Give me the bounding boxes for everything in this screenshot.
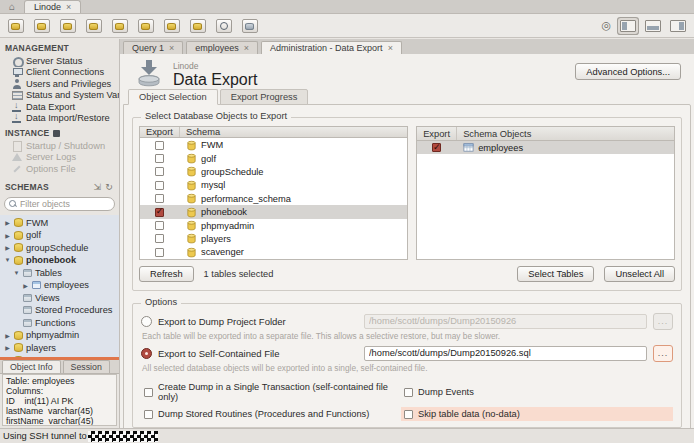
schema-row[interactable]: ✓ players bbox=[140, 232, 407, 245]
schema-row[interactable]: ✓ performance_schema bbox=[140, 192, 407, 205]
expander-arrow-icon[interactable]: ▶ bbox=[4, 244, 11, 251]
schema-row[interactable]: ✓ scavenger bbox=[140, 246, 407, 259]
browse-file-button[interactable]: ... bbox=[653, 345, 673, 362]
home-tab-button[interactable]: ⌂ bbox=[0, 0, 24, 13]
toggle-right-panel-icon[interactable] bbox=[670, 20, 686, 32]
expander-arrow-icon[interactable]: ▶ bbox=[4, 332, 11, 339]
new-table-icon[interactable] bbox=[112, 19, 128, 33]
toggle-bottom-panel-icon[interactable] bbox=[645, 20, 661, 32]
new-schema-icon[interactable] bbox=[86, 19, 102, 33]
schema-tree-item[interactable]: ▶ groupSchedule bbox=[0, 242, 119, 255]
export-checkbox[interactable]: ✓ bbox=[155, 194, 164, 203]
export-option-checkbox-row[interactable]: ✓ Dump Stored Routines (Procedures and F… bbox=[141, 407, 401, 421]
new-procedure-icon[interactable] bbox=[164, 19, 180, 33]
self-contained-file-path-input[interactable] bbox=[364, 346, 647, 361]
export-option-checkbox-row[interactable]: ✓ Create Dump in a Single Transaction (s… bbox=[141, 380, 401, 404]
export-checkbox[interactable]: ✓ bbox=[155, 141, 164, 150]
schema-object-row[interactable]: ✓ bbox=[417, 141, 674, 154]
refresh-schemas-icon[interactable]: ↻ bbox=[105, 182, 113, 192]
export-option-checkbox-row[interactable]: ✓ Dump Events bbox=[401, 380, 673, 404]
export-checkbox[interactable]: ✓ bbox=[155, 181, 164, 190]
sidebar-item[interactable]: Client Connections bbox=[0, 67, 119, 79]
schema-row[interactable]: ✓ FWM bbox=[140, 138, 407, 151]
new-function-icon[interactable] bbox=[190, 19, 206, 33]
dump-project-folder-path-input[interactable] bbox=[364, 314, 647, 329]
close-icon[interactable]: × bbox=[66, 2, 71, 12]
expander-arrow-icon[interactable]: ▼ bbox=[13, 270, 20, 276]
schema-tree-item[interactable]: ▶ phpmyadmin bbox=[0, 329, 119, 342]
close-icon[interactable]: × bbox=[244, 43, 249, 53]
schema-row[interactable]: ✓ mysql bbox=[140, 179, 407, 192]
schema-tree-item[interactable]: ▶ FWM bbox=[0, 217, 119, 230]
checkbox-icon[interactable]: ✓ bbox=[404, 410, 413, 419]
advanced-options-button[interactable]: Advanced Options... bbox=[575, 63, 681, 80]
toggle-left-panel-icon[interactable] bbox=[620, 20, 636, 32]
new-view-icon[interactable] bbox=[138, 19, 154, 33]
schema-filter-input[interactable] bbox=[20, 199, 110, 209]
close-icon[interactable]: × bbox=[169, 43, 174, 53]
sidebar-item[interactable]: Status and System Variables bbox=[0, 90, 119, 102]
refresh-button[interactable]: Refresh bbox=[139, 266, 194, 282]
checkbox-icon[interactable]: ✓ bbox=[144, 388, 153, 397]
select-tables-button[interactable]: Select Tables bbox=[517, 266, 594, 282]
schema-tree-item[interactable]: Functions bbox=[0, 317, 119, 330]
sidebar-item[interactable]: Options File bbox=[0, 163, 119, 175]
object-info-tab[interactable]: Session bbox=[63, 360, 110, 373]
schema-row[interactable]: ✓ groupSchedule bbox=[140, 165, 407, 178]
connection-info-icon[interactable]: ◎ bbox=[601, 20, 611, 31]
expander-arrow-icon[interactable]: ▶ bbox=[22, 282, 29, 289]
object-info-tab[interactable]: Object Info bbox=[2, 360, 61, 373]
sidebar-item[interactable]: Startup / Shutdown bbox=[0, 140, 119, 152]
export-column-header[interactable]: Export bbox=[417, 127, 457, 140]
export-checkbox[interactable]: ✓ bbox=[155, 248, 164, 257]
sidebar-item[interactable]: Users and Privileges bbox=[0, 78, 119, 90]
new-query-tab-icon[interactable] bbox=[8, 19, 24, 33]
unselect-all-button[interactable]: Unselect All bbox=[604, 266, 675, 282]
sidebar-item[interactable]: Server Logs bbox=[0, 152, 119, 164]
schema-tree-item[interactable]: ▼ Tables bbox=[0, 267, 119, 280]
editor-tab[interactable]: Administration - Data Export × bbox=[261, 41, 402, 54]
schema-row[interactable]: ✓ phonebook bbox=[140, 205, 407, 218]
schema-filter[interactable] bbox=[4, 197, 115, 211]
self-contained-file-radio[interactable] bbox=[141, 348, 152, 359]
expander-arrow-icon[interactable]: ▶ bbox=[4, 344, 11, 351]
sidebar-item[interactable]: Server Status bbox=[0, 55, 119, 67]
export-checkbox[interactable]: ✓ bbox=[155, 167, 164, 176]
schema-tree-item[interactable]: ▼ phonebook bbox=[0, 254, 119, 267]
export-checkbox[interactable]: ✓ bbox=[155, 221, 164, 230]
browse-folder-button[interactable]: ... bbox=[653, 313, 673, 330]
export-subtab[interactable]: Export Progress bbox=[220, 89, 309, 105]
expander-arrow-icon[interactable]: ▶ bbox=[4, 232, 11, 239]
schema-column-header[interactable]: Schema bbox=[180, 127, 407, 137]
sidebar-item[interactable]: Data Import/Restore bbox=[0, 113, 119, 125]
editor-tab[interactable]: employees × bbox=[186, 41, 258, 54]
sidebar-item[interactable]: Data Export bbox=[0, 101, 119, 113]
export-subtab[interactable]: Object Selection bbox=[128, 89, 218, 105]
checkbox-icon[interactable]: ✓ bbox=[404, 388, 413, 397]
export-checkbox[interactable]: ✓ bbox=[155, 154, 164, 163]
schema-objects-column-header[interactable]: Schema Objects bbox=[457, 127, 674, 140]
export-checkbox[interactable]: ✓ bbox=[155, 234, 164, 243]
export-column-header[interactable]: Export bbox=[140, 127, 180, 137]
checkbox-icon[interactable]: ✓ bbox=[144, 410, 153, 419]
connection-tab[interactable]: Linode × bbox=[24, 0, 81, 13]
schema-tree-item[interactable]: ▶ employees bbox=[0, 279, 119, 292]
export-option-checkbox-row[interactable]: ✓ Skip table data (no-data) bbox=[401, 407, 673, 421]
open-sql-script-icon[interactable] bbox=[34, 19, 50, 33]
reconnect-icon[interactable] bbox=[242, 19, 258, 33]
expander-arrow-icon[interactable]: ▶ bbox=[4, 219, 11, 226]
export-checkbox[interactable]: ✓ bbox=[155, 208, 164, 217]
schema-tree-item[interactable]: Stored Procedures bbox=[0, 304, 119, 317]
schema-row[interactable]: ✓ golf bbox=[140, 152, 407, 165]
schema-tree-item[interactable]: ▶ golf bbox=[0, 229, 119, 242]
search-data-icon[interactable] bbox=[216, 19, 232, 33]
schema-tree-item[interactable]: Views bbox=[0, 292, 119, 305]
new-connection-icon[interactable] bbox=[60, 19, 76, 33]
schema-row[interactable]: ✓ phpmyadmin bbox=[140, 219, 407, 232]
expand-schemas-icon[interactable]: ⇲ bbox=[94, 182, 102, 192]
expander-arrow-icon[interactable]: ▼ bbox=[4, 257, 11, 263]
export-checkbox[interactable]: ✓ bbox=[432, 143, 441, 152]
schema-tree-item[interactable]: ▶ players bbox=[0, 342, 119, 355]
editor-tab[interactable]: Query 1 × bbox=[123, 41, 183, 54]
close-icon[interactable]: × bbox=[388, 43, 393, 53]
